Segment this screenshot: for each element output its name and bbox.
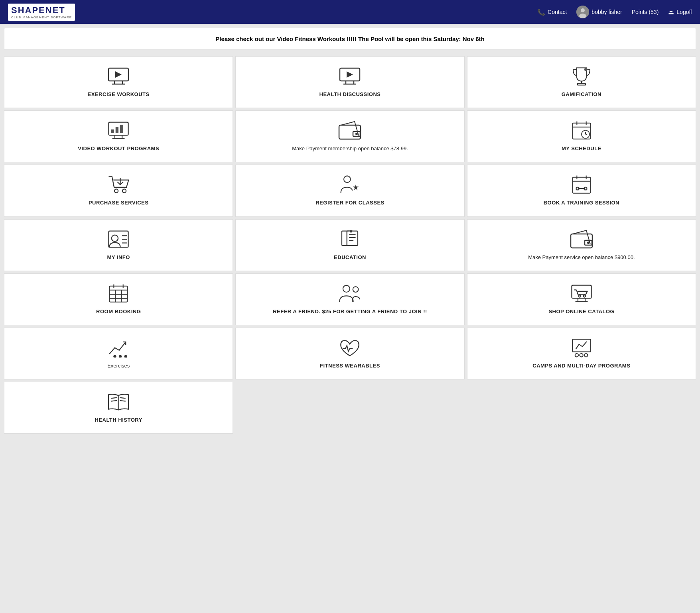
my-info-icon <box>106 229 130 249</box>
phone-icon: 📞 <box>537 8 545 16</box>
card-register-for-classes[interactable]: REGISTER FOR CLASSES <box>235 165 464 216</box>
health-discussions-icon <box>338 66 362 86</box>
svg-rect-56 <box>350 230 352 232</box>
card-purchase-services[interactable]: PURCHASE SERVICES <box>4 165 233 216</box>
svg-point-37 <box>344 176 351 183</box>
svg-point-34 <box>114 189 118 193</box>
exercises-icon <box>106 338 130 358</box>
avatar <box>576 6 589 18</box>
card-video-workout-programs[interactable]: VIDEO WORKOUT PROGRAMS <box>4 110 233 162</box>
refer-friend-icon <box>338 283 362 303</box>
card-exercise-workouts[interactable]: EXERCISE WORKOUTS <box>4 56 233 108</box>
svg-point-2 <box>579 14 586 18</box>
exercises-label: Exercises <box>107 362 130 369</box>
card-my-schedule[interactable]: MY SCHEDULE <box>467 110 696 162</box>
svg-point-82 <box>575 354 578 357</box>
svg-point-83 <box>580 354 583 357</box>
points-nav-item[interactable]: Points (53) <box>632 9 659 15</box>
health-discussions-label: HEALTH DISCUSSIONS <box>319 91 381 98</box>
svg-line-89 <box>120 401 126 401</box>
svg-rect-39 <box>572 177 590 193</box>
svg-rect-22 <box>120 125 123 133</box>
announcement-text: Please check out our Video Fitness Worko… <box>215 35 485 42</box>
room-booking-label: ROOM BOOKING <box>96 308 141 315</box>
room-booking-icon <box>106 283 130 303</box>
make-payment-service-label: Make Payment service open balance $900.0… <box>528 254 635 261</box>
main-grid: EXERCISE WORKOUTS HEALTH DISCUSSIONS GAM… <box>0 54 700 436</box>
svg-point-47 <box>112 235 118 241</box>
shop-online-label: SHOP ONLINE CATALOG <box>548 308 614 315</box>
make-payment-membership-icon <box>338 120 362 140</box>
logo-area: SHAPENET CLUB MANAGEMENT SOFTWARE <box>8 4 75 21</box>
svg-point-59 <box>587 242 590 244</box>
card-make-payment-service[interactable]: Make Payment service open balance $900.0… <box>467 219 696 271</box>
header: SHAPENET CLUB MANAGEMENT SOFTWARE 📞 Cont… <box>0 0 700 24</box>
svg-marker-7 <box>115 71 122 78</box>
contact-nav-item[interactable]: 📞 Contact <box>537 8 567 16</box>
exercise-workouts-label: EXERCISE WORKOUTS <box>88 91 150 98</box>
svg-line-88 <box>120 398 126 399</box>
my-info-label: MY INFO <box>107 254 130 261</box>
book-training-session-label: BOOK A TRAINING SESSION <box>544 199 619 206</box>
svg-point-79 <box>124 355 127 358</box>
shop-online-icon <box>570 283 594 303</box>
svg-rect-44 <box>576 187 579 190</box>
svg-point-76 <box>583 295 585 297</box>
contact-label: Contact <box>548 9 567 15</box>
logoff-label: Logoff <box>676 9 692 15</box>
svg-point-84 <box>584 354 588 357</box>
fitness-wearables-label: FITNESS WEARABLES <box>320 362 380 369</box>
card-room-booking[interactable]: ROOM BOOKING <box>4 273 233 325</box>
logoff-nav-item[interactable]: ⏏ Logoff <box>668 8 692 16</box>
points-label: Points (53) <box>632 9 659 15</box>
fitness-wearables-icon <box>338 338 362 358</box>
make-payment-membership-label: Make Payment membership open balance $78… <box>292 145 408 152</box>
card-refer-friend[interactable]: REFER A FRIEND. $25 for getting a friend… <box>235 273 464 325</box>
svg-point-77 <box>113 355 116 358</box>
book-training-session-icon <box>570 175 594 195</box>
card-education[interactable]: EDUCATION <box>235 219 464 271</box>
svg-rect-20 <box>111 130 114 133</box>
camps-multi-day-icon <box>570 338 594 358</box>
card-make-payment-membership[interactable]: Make Payment membership open balance $78… <box>235 110 464 162</box>
video-workout-programs-icon <box>106 120 130 140</box>
register-for-classes-icon <box>338 175 362 195</box>
camps-multi-day-label: CAMPS AND MULTI-DAY PROGRAMS <box>532 362 630 369</box>
my-schedule-label: MY SCHEDULE <box>562 145 601 152</box>
my-schedule-icon <box>570 120 594 140</box>
logo-box: SHAPENET CLUB MANAGEMENT SOFTWARE <box>8 4 75 21</box>
card-my-info[interactable]: MY INFO <box>4 219 233 271</box>
announcement-banner: Please check out our Video Fitness Worko… <box>4 28 696 50</box>
svg-point-1 <box>581 8 585 12</box>
svg-rect-21 <box>116 127 118 133</box>
purchase-services-label: PURCHASE SERVICES <box>89 199 149 206</box>
refer-friend-label: REFER A FRIEND. $25 for getting a friend… <box>273 308 427 315</box>
gamification-label: GAMIFICATION <box>562 91 601 98</box>
card-exercises[interactable]: Exercises <box>4 328 233 379</box>
svg-point-15 <box>584 68 587 71</box>
user-name-label: bobby fisher <box>592 9 622 15</box>
card-book-training-session[interactable]: BOOK A TRAINING SESSION <box>467 165 696 216</box>
svg-rect-14 <box>578 83 586 85</box>
svg-point-69 <box>353 287 359 292</box>
education-icon <box>338 229 362 249</box>
svg-rect-52 <box>347 231 358 245</box>
logoff-icon: ⏏ <box>668 8 674 16</box>
svg-marker-38 <box>353 185 359 190</box>
health-history-icon <box>106 392 130 412</box>
svg-point-25 <box>355 133 358 135</box>
register-for-classes-label: REGISTER FOR CLASSES <box>315 199 385 206</box>
svg-point-68 <box>343 285 350 292</box>
exercise-workouts-icon <box>106 66 130 86</box>
logo-main-text: SHAPENET <box>11 5 65 15</box>
user-nav-item[interactable]: bobby fisher <box>576 6 622 18</box>
logo-sub-text: CLUB MANAGEMENT SOFTWARE <box>11 16 72 19</box>
card-shop-online[interactable]: SHOP ONLINE CATALOG <box>467 273 696 325</box>
header-nav: 📞 Contact bobby fisher Points (53) ⏏ Log… <box>537 6 692 18</box>
education-label: EDUCATION <box>334 254 366 261</box>
card-fitness-wearables[interactable]: FITNESS WEARABLES <box>235 328 464 379</box>
card-health-discussions[interactable]: HEALTH DISCUSSIONS <box>235 56 464 108</box>
card-camps-multi-day[interactable]: CAMPS AND MULTI-DAY PROGRAMS <box>467 328 696 379</box>
card-health-history[interactable]: HEALTH HISTORY <box>4 382 233 434</box>
card-gamification[interactable]: GAMIFICATION <box>467 56 696 108</box>
